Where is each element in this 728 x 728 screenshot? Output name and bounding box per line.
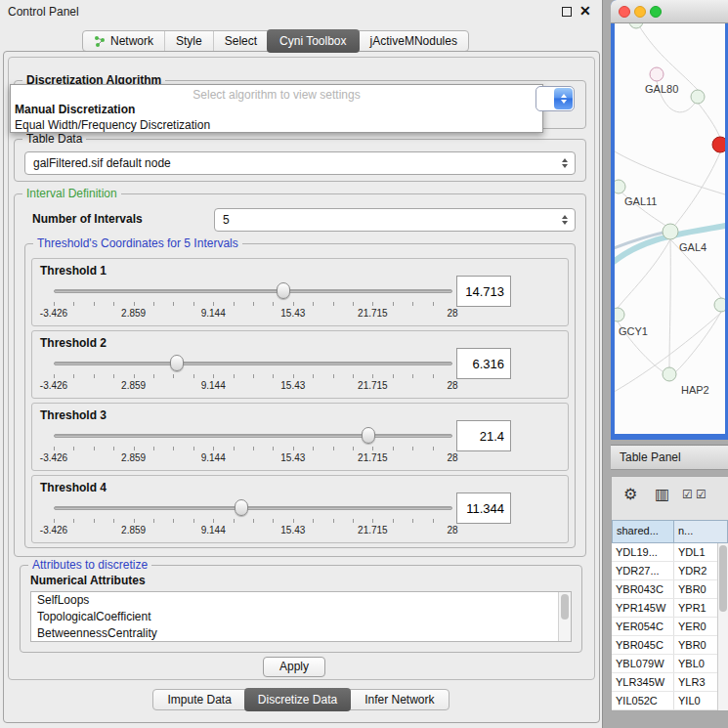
bottom-tab-bar: Impute Data Discretize Data Infer Networ… (0, 689, 602, 710)
list-item[interactable]: TopologicalCoefficient (31, 609, 571, 625)
number-of-intervals-combo[interactable]: 5 (214, 208, 576, 232)
table-row[interactable]: YDR27...YDR2 (612, 562, 717, 580)
network-node[interactable] (629, 23, 643, 28)
slider-ticks (54, 374, 452, 378)
apply-button[interactable]: Apply (263, 657, 325, 677)
network-node[interactable] (663, 224, 678, 239)
group-label: Attributes to discretize (28, 558, 151, 572)
column-header-shared[interactable]: shared... (612, 520, 674, 543)
table-row[interactable]: YBL079WYBL0 (612, 655, 717, 673)
list-item[interactable]: SelfLoops (31, 592, 571, 609)
slider-ticks (54, 447, 452, 450)
slider-scale: -3.426 2.859 9.144 15.43 21.715 28 (54, 452, 452, 464)
window-close-traffic-icon[interactable] (619, 6, 630, 18)
threshold-1-slider-handle[interactable] (277, 282, 290, 299)
threshold-3-slider-handle[interactable] (362, 427, 375, 444)
threshold-1-slider: -3.426 2.859 9.144 15.43 21.715 28 (54, 280, 452, 323)
table-row[interactable]: YBR045CYBR0 (612, 636, 717, 655)
table-data-combo-value: galFiltered.sif default node (33, 156, 171, 170)
combo-stepper-icon[interactable] (554, 88, 573, 109)
float-window-icon[interactable] (562, 7, 572, 17)
table-data-combo[interactable]: galFiltered.sif default node (24, 151, 576, 175)
network-node-selected-red[interactable] (712, 137, 725, 152)
algorithm-placeholder: Select algorithm to view settings (11, 85, 542, 102)
network-node[interactable] (714, 298, 725, 312)
table-row[interactable]: YER054CYER0 (612, 618, 717, 636)
network-view-window: GAL80 GAL11 GAL4 GCY1 HAP2 (611, 0, 728, 440)
threshold-2-slider: -3.426 2.859 9.144 15.43 21.715 28 (54, 353, 452, 396)
network-canvas[interactable]: GAL80 GAL11 GAL4 GCY1 HAP2 (615, 23, 725, 434)
algorithm-option-manual[interactable]: Manual Discretization (11, 102, 542, 117)
slider-track[interactable] (54, 506, 452, 510)
network-node[interactable] (615, 308, 624, 321)
threshold-4-slider-handle[interactable] (235, 499, 248, 516)
select-rows-checkbox-icon[interactable]: ☑ (696, 488, 707, 501)
tab-label: Network (110, 34, 153, 48)
slider-track[interactable] (54, 362, 452, 365)
gear-icon[interactable]: ⚙ (623, 485, 637, 503)
slider-track[interactable] (54, 434, 452, 438)
table-row[interactable]: YIL052CYIL0 (612, 692, 717, 710)
group-label: Interval Definition (22, 187, 121, 200)
close-icon[interactable]: ✕ (579, 3, 591, 19)
tab-style[interactable]: Style (164, 31, 213, 51)
network-node-label: GAL80 (645, 83, 678, 95)
tab-impute-data[interactable]: Impute Data (153, 690, 244, 709)
table-scrollbar[interactable] (717, 543, 728, 710)
tab-jactivemnodules[interactable]: jActiveMNodules (359, 31, 468, 51)
network-node[interactable] (663, 367, 676, 381)
table-panel-header[interactable]: Table Panel (611, 445, 728, 470)
table-rows: YDL19...YDL1 YDR27...YDR2 YBR043CYBR0 YP… (612, 543, 717, 710)
network-node[interactable] (615, 180, 625, 193)
table-row[interactable]: YBR043CYBR0 (612, 580, 717, 599)
combo-arrows-icon (562, 158, 568, 168)
tab-select[interactable]: Select (213, 31, 268, 51)
threshold-1-row: Threshold 1 -3.426 2.859 9.144 15.43 21.… (31, 258, 569, 326)
table-column-headers: shared... n... (612, 520, 728, 543)
group-label: Threshold's Coordinates for 5 Intervals (33, 236, 242, 250)
window-minimize-traffic-icon[interactable] (634, 6, 646, 18)
select-all-checkbox-icon[interactable]: ☑ (682, 488, 693, 501)
table-row[interactable]: YPR145WYPR1 (612, 599, 717, 618)
network-node-label: GAL11 (624, 195, 657, 207)
threshold-2-label: Threshold 2 (40, 336, 107, 350)
panel-title: Control Panel (8, 5, 79, 19)
table-row[interactable]: YLR345WYLR3 (612, 673, 717, 692)
attributes-scrollbar[interactable] (558, 592, 571, 641)
tab-cyni-toolbox[interactable]: Cyni Toolbox (267, 29, 359, 53)
list-item[interactable]: BetweennessCentrality (31, 625, 571, 642)
scrollbar-thumb[interactable] (719, 545, 727, 612)
table-data-group: Table Data galFiltered.sif default node (14, 139, 586, 182)
tab-discretize-data[interactable]: Discretize Data (244, 688, 351, 711)
threshold-3-value-field[interactable] (456, 420, 511, 451)
number-of-intervals-value: 5 (223, 213, 230, 227)
threshold-1-value-field[interactable] (456, 276, 511, 307)
group-label: Table Data (22, 132, 86, 146)
threshold-4-value-field[interactable] (456, 492, 511, 524)
tab-network[interactable]: Network (83, 31, 164, 51)
algorithm-combo-fragment[interactable] (535, 86, 575, 111)
network-edges (615, 23, 725, 395)
algorithm-option-equal-width[interactable]: Equal Width/Frequency Discretization (11, 117, 542, 133)
table-row[interactable]: YDL19...YDL1 (612, 543, 717, 562)
window-zoom-traffic-icon[interactable] (650, 6, 662, 18)
threshold-3-label: Threshold 3 (40, 408, 107, 422)
network-node-pink[interactable] (650, 67, 664, 81)
thresholds-group: Threshold's Coordinates for 5 Intervals … (24, 243, 576, 548)
top-tab-bar: Network Style Select Cyni Toolbox jActiv… (82, 30, 469, 52)
network-window-titlebar[interactable] (611, 0, 728, 23)
slider-ticks (54, 302, 452, 306)
threshold-2-row: Threshold 2 -3.426 2.859 9.144 15.43 21.… (31, 330, 569, 399)
slider-track[interactable] (54, 289, 452, 293)
interval-definition-group: Interval Definition Number of Intervals … (14, 193, 586, 557)
network-node[interactable] (691, 90, 705, 104)
scrollbar-thumb[interactable] (561, 594, 569, 620)
control-panel: Control Panel ✕ Network Style Select Cyn… (0, 0, 603, 728)
threshold-4-slider: -3.426 2.859 9.144 15.43 21.715 28 (54, 497, 452, 540)
tab-infer-network[interactable]: Infer Network (350, 690, 448, 709)
column-header-name[interactable]: n... (674, 520, 728, 543)
threshold-2-slider-handle[interactable] (170, 355, 184, 371)
columns-icon[interactable]: ▥ (655, 485, 669, 503)
threshold-3-row: Threshold 3 -3.426 2.859 9.144 15.43 21.… (31, 403, 569, 471)
threshold-2-value-field[interactable] (456, 348, 511, 379)
